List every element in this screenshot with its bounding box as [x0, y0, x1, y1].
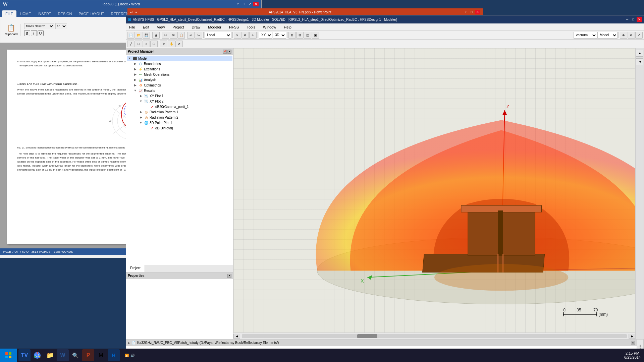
tree-item-optimetrics[interactable]: ▶ ⚙ Optimetrics	[127, 82, 232, 88]
ppt-minimize-btn[interactable]: ?	[463, 10, 468, 14]
tree-item-rad2[interactable]: ▶ ◎ Radiation Pattern 2	[127, 115, 232, 120]
hscroll-thumb[interactable]	[357, 334, 377, 338]
view-select[interactable]: 3D 2D	[273, 32, 286, 39]
toggle-rad2[interactable]: ▶	[139, 115, 143, 119]
tree-item-analysis[interactable]: ▶ 📊 Analysis	[127, 77, 232, 82]
word-restore-btn[interactable]: ⤢	[247, 2, 253, 6]
redo-btn[interactable]: ↪	[195, 32, 202, 39]
undo-btn[interactable]: ↩	[187, 32, 195, 39]
scroll-left-btn[interactable]: ◀	[233, 334, 240, 339]
ppt-taskbar-icon[interactable]: P	[82, 349, 94, 361]
menu-tools[interactable]: Tools	[245, 24, 257, 30]
hfss-viewport[interactable]: X Y Z	[233, 48, 635, 339]
save-btn[interactable]: 💾	[143, 32, 150, 39]
right-btn1[interactable]: ▶	[636, 50, 643, 57]
word-maximize-btn[interactable]: □	[241, 2, 247, 6]
toggle-rad1[interactable]: ▶	[139, 110, 143, 114]
word-close-btn[interactable]: ✕	[253, 2, 259, 6]
draw-poly-btn[interactable]: ⬡	[150, 41, 158, 47]
toggle-mesh[interactable]: ▶	[133, 72, 137, 76]
underline-btn[interactable]: U	[38, 30, 44, 36]
menu-file[interactable]: File	[128, 24, 137, 30]
pointer-btn[interactable]: ⊕	[241, 32, 249, 39]
print-btn[interactable]: 🖨	[152, 32, 160, 39]
rotate-btn[interactable]: ↻	[160, 41, 167, 47]
toggle-polar1[interactable]: ▼	[139, 121, 143, 125]
viewport-scrollbar[interactable]: ◀ ▶	[233, 333, 635, 339]
word-minimize-btn[interactable]: ?	[235, 2, 240, 6]
toggle-xyplot2[interactable]: ▼	[139, 99, 143, 103]
font-size-select[interactable]: 10	[55, 23, 67, 29]
word-tab-design[interactable]: DESIGN	[54, 10, 75, 17]
toggle-xyplot1[interactable]: ▶	[139, 94, 143, 98]
word-taskbar-icon[interactable]: W	[57, 349, 69, 361]
word-tab-insert[interactable]: INSERT	[34, 10, 54, 17]
toggle-results[interactable]: ▼	[133, 88, 137, 93]
menu-modeler[interactable]: Modeler	[207, 24, 223, 30]
view3-btn[interactable]: ◫	[304, 32, 311, 39]
hscroll-track[interactable]	[242, 334, 627, 338]
zoom-out-btn[interactable]: ⊖	[628, 32, 635, 39]
font-name-select[interactable]: Times New Ro	[24, 23, 54, 29]
tree-item-mesh[interactable]: ▶ ⋯ Mesh Operations	[127, 72, 232, 77]
tree-item-results[interactable]: ▼ 📈 Results	[127, 88, 232, 93]
view2-btn[interactable]: ⊟	[296, 32, 304, 39]
view1-btn[interactable]: ⊞	[288, 32, 296, 39]
ppt-undo-btn[interactable]: ↩	[130, 10, 133, 14]
hfss-maximize-btn[interactable]: □	[631, 17, 636, 22]
menu-help[interactable]: Help	[282, 24, 293, 30]
word-tab-pagelayout[interactable]: PAGE LAYOUT	[75, 10, 108, 17]
search-icon[interactable]: 🔍	[69, 349, 82, 361]
move-btn[interactable]: ✛	[249, 32, 257, 39]
paste-icon-large[interactable]: 📋	[7, 24, 15, 32]
new-btn[interactable]: 📄	[127, 32, 135, 39]
right-btn2[interactable]: ◀	[636, 58, 643, 65]
toggle-analysis[interactable]: ▶	[133, 78, 137, 82]
tree-item-xyplot1[interactable]: ▶ 📉 XY Plot 1	[127, 93, 232, 99]
scroll-right-btn[interactable]: ▶	[629, 334, 635, 339]
tree-item-excitations[interactable]: ▶ ⚡ Excitations	[127, 66, 232, 72]
hfss-close-btn[interactable]: ✕	[637, 17, 642, 22]
italic-btn[interactable]: I	[31, 30, 37, 36]
draw-rect-btn[interactable]: □	[135, 41, 142, 47]
toggle-model[interactable]: ▼	[127, 56, 131, 60]
matlab-icon[interactable]: M	[95, 349, 107, 361]
file-explorer-icon[interactable]: 📁	[44, 349, 56, 361]
teamviewer-icon[interactable]: TV	[18, 349, 31, 361]
tree-item-boundaries[interactable]: ▶ ⬡ Boundaries	[127, 61, 232, 66]
word-tab-file[interactable]: FILE	[2, 10, 16, 17]
toggle-boundaries[interactable]: ▶	[133, 62, 137, 66]
paste-btn[interactable]: 📋	[177, 32, 185, 39]
project-tree[interactable]: ▼ ⬛ Model ▶ ⬡ Boundaries ▶ ⚡ Excitations	[126, 55, 233, 265]
menu-project[interactable]: Project	[171, 24, 185, 30]
view4-btn[interactable]: ▣	[312, 32, 319, 39]
pm-close-btn[interactable]: ✕	[227, 50, 231, 54]
chrome-icon[interactable]	[31, 349, 43, 361]
tree-item-rad1[interactable]: ▶ ◎ Radiation Pattern 1	[127, 109, 232, 115]
cut-btn[interactable]: ✂	[162, 32, 169, 39]
props-close-btn[interactable]: ✕	[227, 274, 231, 278]
ppt-close-btn[interactable]: ✕	[475, 10, 480, 14]
tree-item-polar1[interactable]: ▼ 🌐 3D Polar Plot 1	[127, 120, 232, 125]
tree-item-model[interactable]: ▼ ⬛ Model	[127, 56, 232, 61]
open-btn[interactable]: 📂	[135, 32, 142, 39]
fit-btn[interactable]: ⤢	[635, 32, 643, 39]
ppt-maximize-btn[interactable]: □	[469, 10, 474, 14]
orbit-btn[interactable]: ⟳	[175, 41, 183, 47]
menu-draw[interactable]: Draw	[191, 24, 202, 30]
hfss-taskbar-icon[interactable]: H	[108, 349, 120, 361]
menu-view[interactable]: View	[156, 24, 166, 30]
tree-item-dirtotal[interactable]: ↗ dB(DirTotal)	[127, 125, 232, 131]
tree-item-xyplot2[interactable]: ▼ 📉 XY Plot 2	[127, 99, 232, 104]
bold-btn[interactable]: B	[24, 30, 30, 36]
hfss-minimize-btn[interactable]: ─	[625, 17, 630, 22]
tree-item-gamma[interactable]: ↗ dB20(Gamma_port)_1	[127, 104, 232, 109]
menu-hfss[interactable]: HFSS	[228, 24, 240, 30]
pan-btn[interactable]: ✋	[168, 41, 175, 47]
material-select[interactable]: vacuum	[574, 32, 597, 39]
coord-select[interactable]: Local Global	[205, 32, 231, 39]
msg-close-btn[interactable]: ✕	[631, 341, 635, 345]
word-tab-home[interactable]: HOME	[16, 10, 34, 17]
plane-select[interactable]: XY YZ XZ	[259, 32, 272, 39]
pm-pin-btn[interactable]: 📌	[223, 50, 227, 54]
